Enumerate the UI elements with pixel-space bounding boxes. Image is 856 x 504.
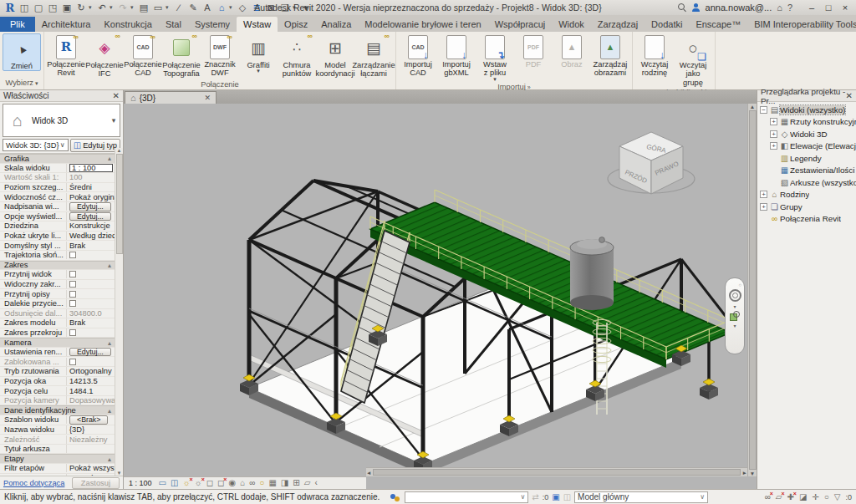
customize-qat-icon[interactable]: ▾ xyxy=(299,2,313,14)
switch-window-icon[interactable]: ❏ xyxy=(278,2,292,14)
open-file-icon[interactable]: ◳ xyxy=(46,2,59,14)
text-icon[interactable]: A xyxy=(201,2,214,14)
type-selector[interactable]: ⌂ Widok 3D ▾ xyxy=(3,104,120,137)
property-value[interactable]: 1 : 100 xyxy=(67,164,115,172)
select-by-face-icon[interactable]: ◪ xyxy=(799,493,807,501)
button-model-koordynacji[interactable]: ⊞Model koordynacji xyxy=(316,33,354,79)
view-tab-close-icon[interactable]: ✕ xyxy=(204,94,211,102)
property-value[interactable] xyxy=(67,271,115,277)
tab-widok[interactable]: Widok xyxy=(552,17,591,32)
browser-item-rzuty-konstrukcyjne[interactable]: +▦Rzuty konstrukcyjne xyxy=(757,116,856,129)
constraints-icon[interactable]: ▱ xyxy=(304,479,311,487)
property-value[interactable]: Edytuj... xyxy=(67,348,115,357)
section-collapse-icon[interactable]: ▴ xyxy=(108,407,111,415)
button-znacznik-dwf[interactable]: DWF∞Znacznik DWF xyxy=(201,33,239,78)
close-hidden-windows-icon[interactable]: ⊠ xyxy=(264,2,278,14)
tab-wsp-pracuj[interactable]: Współpracuj xyxy=(488,17,553,32)
tab-konstrukcja[interactable]: Konstrukcja xyxy=(97,17,158,32)
sun-path-icon[interactable]: ☼× xyxy=(182,479,190,487)
default-3d-view-icon-dropdown[interactable]: ▾ xyxy=(229,4,235,11)
design-options-icon[interactable]: ▣ xyxy=(552,493,559,501)
temporary-hide-icon[interactable]: ∞ xyxy=(249,479,255,487)
print-icon[interactable]: ▤ xyxy=(137,2,150,14)
tab-zarz-dzaj[interactable]: Zarządzaj xyxy=(591,17,645,32)
tab-wstaw[interactable]: Wstaw xyxy=(237,17,278,32)
browser-item-zestawienia-ilości-wszys[interactable]: ▦Zestawienia/Ilości (wszys xyxy=(757,165,856,177)
property-value[interactable]: <Brak> xyxy=(67,415,115,425)
sync-icon[interactable]: ↻ xyxy=(74,2,88,14)
redo-icon[interactable]: ↷ xyxy=(116,2,130,14)
property-value[interactable]: Ortogonalny xyxy=(67,367,115,375)
save-icon[interactable]: ▣ xyxy=(60,2,74,14)
undo-icon[interactable]: ↶ xyxy=(95,2,109,14)
property-value[interactable]: Nowa konstrukcja xyxy=(67,474,115,476)
aligned-dimension-icon[interactable]: ∕ xyxy=(172,2,186,14)
visual-style-icon[interactable]: ▭ xyxy=(159,479,166,487)
close-button[interactable]: × xyxy=(838,3,853,13)
tab-architektura[interactable]: Architektura xyxy=(35,17,98,32)
editing-requests-icon[interactable]: ⇄ xyxy=(532,493,538,501)
property-checkbox[interactable] xyxy=(69,281,76,288)
measure-icon-dropdown[interactable]: ▾ xyxy=(166,4,171,11)
button-wczytaj-rodzinę[interactable]: ↓Wczytaj rodzinę xyxy=(635,33,674,78)
reveal-hidden-icon[interactable]: ○ xyxy=(259,479,264,487)
revit-logo[interactable]: R xyxy=(3,2,17,14)
viewcube[interactable]: GÓRA PRZÓD PRAWO xyxy=(603,127,703,206)
button-połączenie-ifc[interactable]: ◈∞Połączenie IFC xyxy=(85,33,124,79)
shadows-icon[interactable]: ☼× xyxy=(195,479,202,487)
vertical-scrollbar[interactable]: ▲▼ xyxy=(747,104,757,476)
rendering-icon[interactable]: ◉ xyxy=(228,479,236,487)
tree-expander-icon[interactable]: + xyxy=(760,203,767,211)
tree-expander-icon[interactable]: − xyxy=(760,106,767,114)
property-button[interactable]: Edytuj... xyxy=(69,202,111,211)
property-value[interactable]: Średni xyxy=(67,183,115,191)
property-value[interactable] xyxy=(67,359,115,365)
app-store-icon[interactable]: ⌂ xyxy=(777,3,782,13)
property-value[interactable] xyxy=(67,281,115,288)
property-checkbox[interactable] xyxy=(69,329,76,336)
property-value[interactable]: Konstrukcje xyxy=(67,221,115,230)
select-links-icon[interactable]: ∞× xyxy=(765,493,771,501)
section-collapse-icon[interactable]: ▴ xyxy=(108,262,111,269)
property-value[interactable]: Niezależny xyxy=(67,435,115,444)
switch-windows-icon[interactable]: ◫ xyxy=(18,2,31,14)
property-value[interactable]: 1484.1 xyxy=(67,387,115,395)
property-checkbox[interactable] xyxy=(69,271,76,277)
property-checkbox[interactable] xyxy=(69,359,76,365)
tree-expander-icon[interactable]: + xyxy=(770,118,777,125)
browser-item-grupy[interactable]: +❏Grupy xyxy=(757,201,856,213)
default-3d-view-icon[interactable]: ⌂ xyxy=(215,2,228,14)
button-połączenie-revit[interactable]: R∞Połączenie Revit xyxy=(47,33,85,78)
sync-icon-dropdown[interactable]: ▾ xyxy=(89,4,94,11)
property-value[interactable]: Pokaż oryginał xyxy=(67,193,115,201)
property-value[interactable]: Edytuj... xyxy=(67,212,115,221)
property-value[interactable] xyxy=(67,300,115,307)
button-zarządzanie-łączami[interactable]: ▤∞Zarządzanie łączami xyxy=(354,33,393,79)
select-pinned-icon[interactable]: ✚× xyxy=(787,493,794,501)
property-button[interactable]: <Brak> xyxy=(69,415,108,425)
tab-enscape-[interactable]: Enscape™ xyxy=(689,17,747,32)
properties-scrollbar[interactable]: ▲▼ xyxy=(115,148,123,476)
measure-icon[interactable]: ▭ xyxy=(151,2,165,14)
property-value[interactable] xyxy=(67,252,115,258)
filter-icon[interactable]: ▽ xyxy=(834,493,841,501)
property-button[interactable]: Edytuj... xyxy=(69,348,111,357)
property-checkbox[interactable] xyxy=(69,291,76,298)
drag-on-selection-icon[interactable]: ✛ xyxy=(812,493,818,501)
navigation-bar[interactable]: ○ ▾ ▾ xyxy=(725,277,745,354)
property-value[interactable]: Pokaż wszystko xyxy=(67,464,115,472)
help-icon[interactable]: ? xyxy=(787,3,792,13)
detail-level-icon[interactable]: ◫ xyxy=(171,479,178,487)
thin-lines-icon[interactable]: ≣ xyxy=(250,2,263,14)
tree-expander-icon[interactable]: + xyxy=(770,142,777,150)
property-button[interactable]: Edytuj... xyxy=(69,212,111,221)
property-value[interactable] xyxy=(67,329,115,336)
wheel-dropdown-icon[interactable]: ▾ xyxy=(733,303,736,309)
property-checkbox[interactable] xyxy=(69,252,76,258)
tab-dodatki[interactable]: Dodatki xyxy=(645,17,689,32)
button-połączenie-cad[interactable]: CAD∞Połączenie CAD xyxy=(124,33,162,78)
steering-wheel-icon[interactable] xyxy=(729,289,741,302)
browser-item-elewacje-elewacja-budy[interactable]: +◧Elewacje (Elewacja budy xyxy=(757,140,856,153)
property-value[interactable]: {3D} xyxy=(67,425,115,434)
switch-window-icon-dropdown[interactable]: ▾ xyxy=(293,4,298,11)
